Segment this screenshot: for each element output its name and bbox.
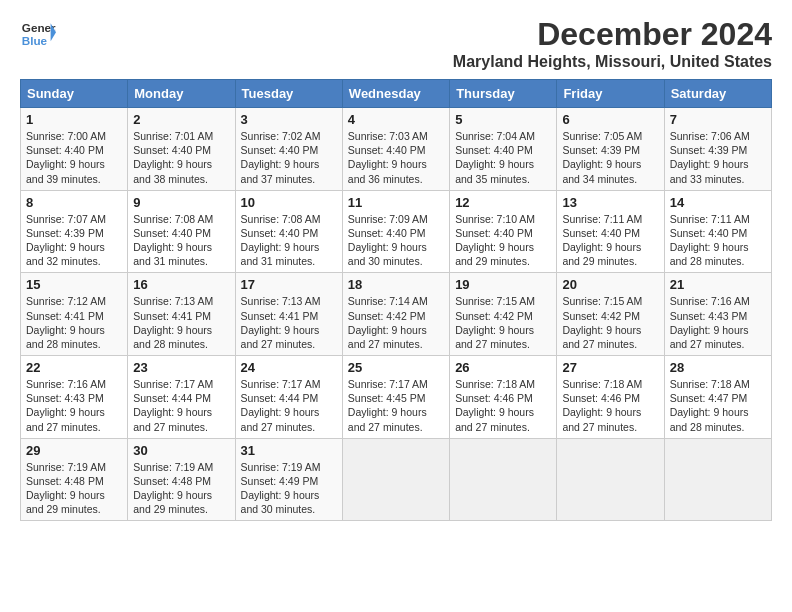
- day-info: Sunrise: 7:08 AMSunset: 4:40 PMDaylight:…: [133, 213, 213, 268]
- calendar-cell: 21Sunrise: 7:16 AMSunset: 4:43 PMDayligh…: [664, 273, 771, 356]
- logo: General Blue: [20, 16, 56, 52]
- calendar-cell: 26Sunrise: 7:18 AMSunset: 4:46 PMDayligh…: [450, 356, 557, 439]
- logo-icon: General Blue: [20, 16, 56, 52]
- day-number: 7: [670, 112, 766, 127]
- day-info: Sunrise: 7:04 AMSunset: 4:40 PMDaylight:…: [455, 130, 535, 185]
- day-info: Sunrise: 7:06 AMSunset: 4:39 PMDaylight:…: [670, 130, 750, 185]
- day-number: 15: [26, 277, 122, 292]
- day-info: Sunrise: 7:10 AMSunset: 4:40 PMDaylight:…: [455, 213, 535, 268]
- calendar-cell: 24Sunrise: 7:17 AMSunset: 4:44 PMDayligh…: [235, 356, 342, 439]
- calendar-cell: 2Sunrise: 7:01 AMSunset: 4:40 PMDaylight…: [128, 108, 235, 191]
- calendar-cell: 15Sunrise: 7:12 AMSunset: 4:41 PMDayligh…: [21, 273, 128, 356]
- weekday-header-tuesday: Tuesday: [235, 80, 342, 108]
- calendar-table: SundayMondayTuesdayWednesdayThursdayFrid…: [20, 79, 772, 521]
- calendar-cell: 29Sunrise: 7:19 AMSunset: 4:48 PMDayligh…: [21, 438, 128, 521]
- day-info: Sunrise: 7:05 AMSunset: 4:39 PMDaylight:…: [562, 130, 642, 185]
- calendar-cell: 16Sunrise: 7:13 AMSunset: 4:41 PMDayligh…: [128, 273, 235, 356]
- calendar-cell: 12Sunrise: 7:10 AMSunset: 4:40 PMDayligh…: [450, 190, 557, 273]
- calendar-cell: [342, 438, 449, 521]
- calendar-cell: 7Sunrise: 7:06 AMSunset: 4:39 PMDaylight…: [664, 108, 771, 191]
- day-number: 8: [26, 195, 122, 210]
- calendar-cell: 10Sunrise: 7:08 AMSunset: 4:40 PMDayligh…: [235, 190, 342, 273]
- day-info: Sunrise: 7:18 AMSunset: 4:47 PMDaylight:…: [670, 378, 750, 433]
- calendar-cell: 19Sunrise: 7:15 AMSunset: 4:42 PMDayligh…: [450, 273, 557, 356]
- day-info: Sunrise: 7:17 AMSunset: 4:45 PMDaylight:…: [348, 378, 428, 433]
- day-number: 3: [241, 112, 337, 127]
- calendar-week-row: 22Sunrise: 7:16 AMSunset: 4:43 PMDayligh…: [21, 356, 772, 439]
- day-info: Sunrise: 7:11 AMSunset: 4:40 PMDaylight:…: [562, 213, 642, 268]
- day-number: 14: [670, 195, 766, 210]
- weekday-header-monday: Monday: [128, 80, 235, 108]
- day-number: 29: [26, 443, 122, 458]
- calendar-week-row: 29Sunrise: 7:19 AMSunset: 4:48 PMDayligh…: [21, 438, 772, 521]
- day-number: 18: [348, 277, 444, 292]
- day-number: 9: [133, 195, 229, 210]
- day-info: Sunrise: 7:18 AMSunset: 4:46 PMDaylight:…: [455, 378, 535, 433]
- day-info: Sunrise: 7:16 AMSunset: 4:43 PMDaylight:…: [26, 378, 106, 433]
- day-number: 2: [133, 112, 229, 127]
- day-number: 31: [241, 443, 337, 458]
- day-info: Sunrise: 7:01 AMSunset: 4:40 PMDaylight:…: [133, 130, 213, 185]
- calendar-cell: 17Sunrise: 7:13 AMSunset: 4:41 PMDayligh…: [235, 273, 342, 356]
- calendar-cell: 14Sunrise: 7:11 AMSunset: 4:40 PMDayligh…: [664, 190, 771, 273]
- day-number: 21: [670, 277, 766, 292]
- weekday-header-saturday: Saturday: [664, 80, 771, 108]
- calendar-cell: 27Sunrise: 7:18 AMSunset: 4:46 PMDayligh…: [557, 356, 664, 439]
- day-info: Sunrise: 7:02 AMSunset: 4:40 PMDaylight:…: [241, 130, 321, 185]
- day-number: 11: [348, 195, 444, 210]
- day-number: 12: [455, 195, 551, 210]
- day-number: 1: [26, 112, 122, 127]
- day-number: 19: [455, 277, 551, 292]
- calendar-cell: 20Sunrise: 7:15 AMSunset: 4:42 PMDayligh…: [557, 273, 664, 356]
- day-number: 24: [241, 360, 337, 375]
- calendar-cell: 11Sunrise: 7:09 AMSunset: 4:40 PMDayligh…: [342, 190, 449, 273]
- day-number: 20: [562, 277, 658, 292]
- weekday-header-thursday: Thursday: [450, 80, 557, 108]
- day-info: Sunrise: 7:16 AMSunset: 4:43 PMDaylight:…: [670, 295, 750, 350]
- day-info: Sunrise: 7:03 AMSunset: 4:40 PMDaylight:…: [348, 130, 428, 185]
- calendar-cell: 31Sunrise: 7:19 AMSunset: 4:49 PMDayligh…: [235, 438, 342, 521]
- calendar-cell: 4Sunrise: 7:03 AMSunset: 4:40 PMDaylight…: [342, 108, 449, 191]
- weekday-header-row: SundayMondayTuesdayWednesdayThursdayFrid…: [21, 80, 772, 108]
- calendar-cell: 3Sunrise: 7:02 AMSunset: 4:40 PMDaylight…: [235, 108, 342, 191]
- day-number: 27: [562, 360, 658, 375]
- weekday-header-sunday: Sunday: [21, 80, 128, 108]
- day-info: Sunrise: 7:08 AMSunset: 4:40 PMDaylight:…: [241, 213, 321, 268]
- svg-text:Blue: Blue: [22, 34, 48, 47]
- day-number: 17: [241, 277, 337, 292]
- day-number: 28: [670, 360, 766, 375]
- day-info: Sunrise: 7:07 AMSunset: 4:39 PMDaylight:…: [26, 213, 106, 268]
- day-info: Sunrise: 7:19 AMSunset: 4:48 PMDaylight:…: [26, 461, 106, 516]
- day-number: 26: [455, 360, 551, 375]
- weekday-header-wednesday: Wednesday: [342, 80, 449, 108]
- calendar-cell: 9Sunrise: 7:08 AMSunset: 4:40 PMDaylight…: [128, 190, 235, 273]
- main-title: December 2024: [453, 16, 772, 53]
- calendar-week-row: 1Sunrise: 7:00 AMSunset: 4:40 PMDaylight…: [21, 108, 772, 191]
- day-number: 13: [562, 195, 658, 210]
- day-info: Sunrise: 7:11 AMSunset: 4:40 PMDaylight:…: [670, 213, 750, 268]
- page-header: General Blue December 2024 Maryland Heig…: [20, 16, 772, 71]
- day-info: Sunrise: 7:00 AMSunset: 4:40 PMDaylight:…: [26, 130, 106, 185]
- calendar-cell: 8Sunrise: 7:07 AMSunset: 4:39 PMDaylight…: [21, 190, 128, 273]
- calendar-cell: 18Sunrise: 7:14 AMSunset: 4:42 PMDayligh…: [342, 273, 449, 356]
- day-number: 16: [133, 277, 229, 292]
- weekday-header-friday: Friday: [557, 80, 664, 108]
- calendar-cell: 1Sunrise: 7:00 AMSunset: 4:40 PMDaylight…: [21, 108, 128, 191]
- calendar-cell: [450, 438, 557, 521]
- day-info: Sunrise: 7:18 AMSunset: 4:46 PMDaylight:…: [562, 378, 642, 433]
- day-number: 30: [133, 443, 229, 458]
- day-info: Sunrise: 7:19 AMSunset: 4:48 PMDaylight:…: [133, 461, 213, 516]
- day-number: 5: [455, 112, 551, 127]
- day-number: 25: [348, 360, 444, 375]
- calendar-week-row: 8Sunrise: 7:07 AMSunset: 4:39 PMDaylight…: [21, 190, 772, 273]
- day-number: 10: [241, 195, 337, 210]
- calendar-cell: 22Sunrise: 7:16 AMSunset: 4:43 PMDayligh…: [21, 356, 128, 439]
- day-info: Sunrise: 7:17 AMSunset: 4:44 PMDaylight:…: [133, 378, 213, 433]
- calendar-cell: 25Sunrise: 7:17 AMSunset: 4:45 PMDayligh…: [342, 356, 449, 439]
- day-number: 23: [133, 360, 229, 375]
- day-info: Sunrise: 7:12 AMSunset: 4:41 PMDaylight:…: [26, 295, 106, 350]
- calendar-cell: 23Sunrise: 7:17 AMSunset: 4:44 PMDayligh…: [128, 356, 235, 439]
- day-info: Sunrise: 7:19 AMSunset: 4:49 PMDaylight:…: [241, 461, 321, 516]
- subtitle: Maryland Heights, Missouri, United State…: [453, 53, 772, 71]
- calendar-cell: [557, 438, 664, 521]
